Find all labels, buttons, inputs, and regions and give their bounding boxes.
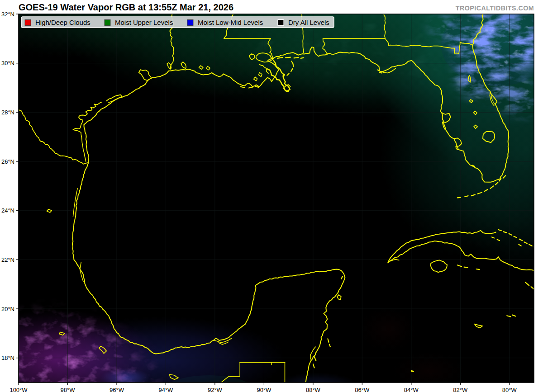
svg-text:82°W: 82°W xyxy=(453,387,468,392)
svg-text:98°W: 98°W xyxy=(61,387,76,392)
svg-text:22°N: 22°N xyxy=(1,256,14,263)
svg-text:18°N: 18°N xyxy=(1,354,14,361)
svg-text:Moist Upper Levels: Moist Upper Levels xyxy=(115,19,173,26)
svg-text:32°N: 32°N xyxy=(1,11,14,18)
svg-text:96°W: 96°W xyxy=(110,387,124,392)
svg-text:86°W: 86°W xyxy=(355,387,370,392)
svg-text:20°N: 20°N xyxy=(1,306,14,312)
svg-text:High/Deep Clouds: High/Deep Clouds xyxy=(35,19,90,26)
svg-text:100°W: 100°W xyxy=(10,387,28,392)
svg-text:94°W: 94°W xyxy=(158,387,173,392)
svg-text:Moist Low-Mid Levels: Moist Low-Mid Levels xyxy=(198,19,263,26)
svg-text:80°W: 80°W xyxy=(502,387,517,392)
svg-text:88°W: 88°W xyxy=(306,387,321,392)
svg-text:28°N: 28°N xyxy=(1,109,14,116)
svg-text:Dry All Levels: Dry All Levels xyxy=(288,19,329,26)
svg-text:26°N: 26°N xyxy=(1,158,14,165)
svg-text:84°W: 84°W xyxy=(404,387,419,392)
svg-text:24°N: 24°N xyxy=(1,207,14,214)
svg-text:90°W: 90°W xyxy=(257,387,272,392)
svg-text:30°N: 30°N xyxy=(1,60,14,66)
svg-text:92°W: 92°W xyxy=(208,387,223,392)
